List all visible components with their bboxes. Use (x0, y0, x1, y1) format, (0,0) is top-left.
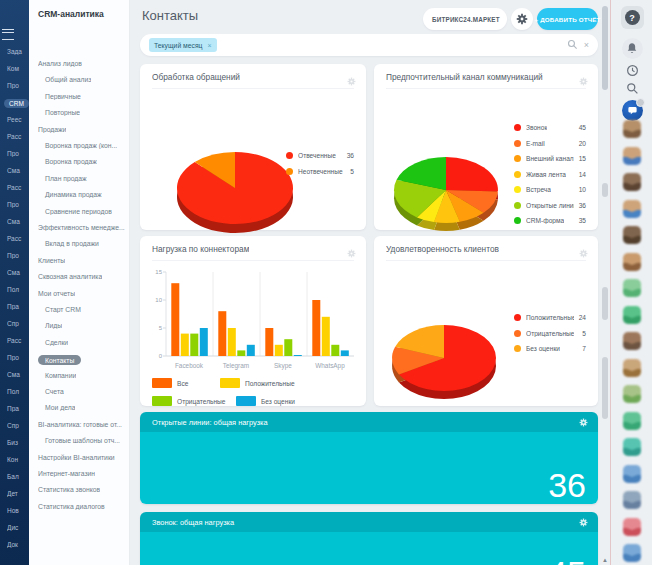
rail-item-сма[interactable]: Сма (7, 269, 29, 276)
user-avatar[interactable] (623, 120, 641, 138)
user-avatar[interactable] (623, 412, 641, 430)
rail-item-бал[interactable]: Бал (7, 473, 29, 480)
add-report-button[interactable]: + ДОБАВИТЬ ОТЧЁТ (537, 8, 598, 30)
user-avatar[interactable] (623, 253, 641, 271)
settings-gear-button[interactable] (511, 8, 533, 30)
sidebar-item-23[interactable]: Готовые шаблоны отч... (38, 437, 120, 444)
gear-icon[interactable] (579, 513, 598, 531)
rail-item-нов[interactable]: Нов (7, 507, 29, 514)
user-avatar[interactable] (623, 465, 641, 483)
sidebar-item-17[interactable]: Сделки (38, 339, 68, 346)
search-icon[interactable] (567, 36, 578, 54)
rail-item-про[interactable]: Про (7, 252, 29, 259)
rail-item-спр[interactable]: Спр (7, 320, 29, 327)
sidebar-item-12[interactable]: Клиенты (38, 257, 65, 264)
sidebar-item-16[interactable]: Лиды (38, 322, 62, 329)
sidebar-item-8[interactable]: Динамика продаж (38, 191, 102, 198)
legend-item[interactable]: Все (152, 378, 188, 388)
clear-filter-icon[interactable]: × (584, 40, 589, 50)
sidebar-item-26[interactable]: Статистика звонков (38, 486, 100, 493)
sidebar-item-9[interactable]: Сравнение периодов (38, 208, 112, 215)
rail-item-сма[interactable]: Сма (7, 167, 29, 174)
sidebar-item-10[interactable]: Эффективность менедже... (38, 224, 125, 231)
sidebar-item-20[interactable]: Счета (38, 388, 64, 395)
legend-item[interactable]: Внешний канал15 (514, 155, 586, 162)
user-avatar[interactable] (623, 359, 641, 377)
sidebar-item-7[interactable]: План продаж (38, 175, 87, 182)
rail-item-пол[interactable]: Пол (7, 286, 29, 293)
scroll-arrow-icon[interactable]: ▲ (602, 557, 608, 563)
filter-tag-remove-icon[interactable]: × (208, 42, 212, 49)
market-button[interactable]: БИТРИКС24.МАРКЕТ ▾ (423, 8, 507, 30)
rail-item-биз[interactable]: Биз (7, 439, 29, 446)
rail-item-пол[interactable]: Пол (7, 388, 29, 395)
rail-item-кон[interactable]: Кон (7, 456, 29, 463)
sidebar-item-4[interactable]: Продажи (38, 126, 66, 133)
rail-item-дет[interactable]: Дет (7, 490, 29, 497)
legend-item[interactable]: Отвеченные36 (286, 152, 354, 159)
rail-item-пра[interactable]: Пра (7, 303, 29, 310)
rail-item-расс[interactable]: Расс (7, 133, 29, 140)
rail-item-пра[interactable]: Пра (7, 405, 29, 412)
user-avatar[interactable] (623, 200, 641, 218)
search-icon[interactable] (611, 82, 652, 95)
sidebar-item-5[interactable]: Воронка продаж (кон... (38, 142, 117, 149)
user-avatar[interactable] (623, 332, 641, 350)
rail-item-дис[interactable]: Дис (7, 524, 29, 531)
legend-item[interactable]: Положительные (220, 378, 295, 388)
user-avatar[interactable] (623, 173, 641, 191)
gear-icon[interactable] (579, 413, 598, 431)
user-avatar[interactable] (623, 438, 641, 456)
user-avatar[interactable] (623, 491, 641, 509)
user-avatar[interactable] (623, 279, 641, 297)
rail-item-расс[interactable]: Расс (7, 337, 29, 344)
sidebar-item-1[interactable]: Общий анализ (38, 76, 91, 83)
rail-item-док[interactable]: Док (7, 541, 29, 548)
legend-item[interactable]: Встреча10 (514, 186, 586, 193)
legend-item[interactable]: Звонок45 (514, 124, 586, 131)
legend-item[interactable]: Отрицательные (152, 396, 226, 406)
rail-item-сма[interactable]: Сма (7, 218, 29, 225)
sidebar-item-13[interactable]: Сквозная аналитика (38, 273, 102, 280)
sidebar-item-0[interactable]: Анализ лидов (38, 60, 82, 67)
legend-item[interactable]: Неотвеченные5 (286, 168, 354, 175)
legend-item[interactable]: Живая лента14 (514, 171, 586, 178)
rail-item-расс[interactable]: Расс (7, 184, 29, 191)
sidebar-item-2[interactable]: Первичные (38, 93, 81, 100)
user-avatar[interactable] (623, 518, 641, 536)
rail-item-crm[interactable]: CRM (4, 99, 29, 108)
help-button[interactable]: ? (611, 6, 652, 29)
rail-item-зада[interactable]: Зада (7, 48, 29, 55)
rail-item-реес[interactable]: Реес (7, 116, 29, 123)
messenger-button[interactable] (611, 100, 652, 121)
filter-tag[interactable]: Текущий месяц × (149, 38, 217, 52)
rail-item-про[interactable]: Про (7, 150, 29, 157)
sidebar-item-21[interactable]: Мои дела (38, 404, 75, 411)
sidebar-item-14[interactable]: Мои отчеты (38, 290, 75, 297)
rail-item-расс[interactable]: Расс (7, 235, 29, 242)
user-avatar[interactable] (623, 226, 641, 244)
rail-item-ком[interactable]: Ком (7, 65, 29, 72)
user-avatar[interactable] (623, 385, 641, 403)
legend-item[interactable]: Открытые линии36 (514, 202, 586, 209)
sidebar-item-3[interactable]: Повторные (38, 109, 80, 116)
notifications-button[interactable] (611, 38, 652, 59)
rail-item-про[interactable]: Про (7, 201, 29, 208)
scrollbar-thumb[interactable] (602, 6, 608, 90)
history-clock-icon[interactable] (611, 64, 652, 77)
sidebar-item-24[interactable]: Настройки BI-аналитики (38, 454, 115, 461)
legend-item[interactable]: Без оценки (236, 396, 295, 406)
legend-item[interactable]: Отрицательные5 (514, 330, 586, 337)
filter-search-bar[interactable]: Текущий месяц × × (140, 34, 598, 56)
sidebar-item-6[interactable]: Воронка продаж (38, 158, 97, 165)
rail-item-сма[interactable]: Сма (7, 371, 29, 378)
legend-item[interactable]: Без оценки7 (514, 345, 586, 352)
rail-item-про[interactable]: Про (7, 354, 29, 361)
user-avatar[interactable] (623, 544, 641, 562)
sidebar-item-19[interactable]: Компании (38, 372, 76, 379)
legend-item[interactable]: Положительные24 (514, 314, 586, 321)
user-avatar[interactable] (623, 147, 641, 165)
legend-item[interactable]: CRM-форма35 (514, 217, 586, 224)
sidebar-item-18[interactable]: Контакты (38, 355, 81, 365)
user-avatar[interactable] (623, 306, 641, 324)
